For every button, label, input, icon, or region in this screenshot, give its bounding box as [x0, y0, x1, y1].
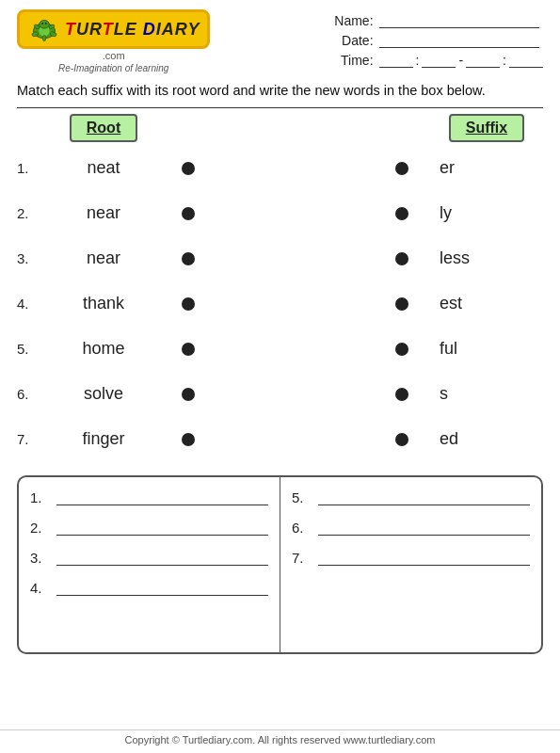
answer-input[interactable]	[56, 487, 268, 505]
answer-num: 7.	[292, 550, 312, 566]
dot-left	[182, 252, 195, 265]
row-dot-left	[160, 433, 216, 446]
match-area: 1. neat er 2. near ly 3. near	[17, 146, 543, 462]
answer-num: 2.	[30, 520, 51, 536]
row-dot-right	[374, 162, 430, 175]
row-suffix: less	[430, 248, 543, 268]
time-label: Time:	[328, 53, 374, 68]
match-row: 1. neat er	[17, 146, 543, 191]
dot-left	[182, 207, 195, 220]
answer-row: 4.	[30, 577, 268, 596]
row-dot-left	[160, 388, 216, 401]
time-input-3[interactable]	[466, 53, 500, 68]
row-num: 6.	[17, 386, 47, 402]
svg-point-9	[42, 36, 46, 41]
page: TURTLE DIARY .com Re-Imagination of lear…	[0, 0, 560, 753]
time-inputs: : - :	[379, 53, 543, 68]
row-dot-left	[160, 162, 216, 175]
row-num: 3.	[17, 250, 47, 266]
row-dot-right	[374, 343, 430, 356]
row-root: home	[47, 339, 160, 359]
dot-left	[182, 343, 195, 356]
answer-col-left: 1. 2. 3. 4.	[19, 477, 280, 652]
row-dot-left	[160, 297, 216, 311]
name-label: Name:	[328, 13, 374, 28]
time-input-1[interactable]	[379, 53, 413, 68]
svg-point-3	[41, 23, 43, 24]
dot-left	[182, 297, 195, 311]
dot-right	[395, 343, 408, 356]
answer-num: 5.	[292, 489, 312, 505]
row-dot-right	[374, 207, 430, 220]
date-row: Date:	[328, 33, 543, 48]
footer: Copyright © Turtlediary.com. All rights …	[0, 729, 560, 745]
dot-left	[182, 433, 195, 446]
logo-box: TURTLE DIARY	[17, 9, 210, 49]
row-dot-right	[374, 297, 430, 311]
answer-num: 3.	[30, 550, 51, 566]
match-row: 4. thank est	[17, 281, 543, 327]
suffix-header-cell: Suffix	[449, 114, 524, 142]
name-input[interactable]	[379, 13, 539, 28]
dot-right	[395, 388, 408, 401]
logo-area: TURTLE DIARY .com Re-Imagination of lear…	[17, 9, 210, 73]
logo-com: .com	[103, 50, 125, 61]
answer-input[interactable]	[318, 547, 530, 566]
root-header-cell: Root	[70, 114, 137, 142]
time-input-2[interactable]	[422, 53, 456, 68]
row-root: near	[47, 203, 160, 223]
answer-row: 1.	[30, 487, 268, 505]
row-suffix: ly	[430, 203, 543, 223]
match-row: 3. near less	[17, 236, 543, 281]
answer-input[interactable]	[318, 487, 530, 505]
row-suffix: s	[430, 384, 543, 404]
answer-num: 1.	[30, 489, 51, 505]
row-suffix: ful	[430, 339, 543, 359]
answer-row: 5.	[292, 487, 530, 505]
date-label: Date:	[328, 33, 374, 48]
header: TURTLE DIARY .com Re-Imagination of lear…	[17, 9, 543, 73]
answer-input[interactable]	[56, 547, 268, 566]
svg-point-2	[40, 20, 50, 28]
answer-row: 6.	[292, 517, 530, 536]
row-num: 7.	[17, 431, 47, 447]
row-root: solve	[47, 384, 160, 404]
row-root: neat	[47, 158, 160, 178]
match-row: 5. home ful	[17, 327, 543, 372]
dot-right	[395, 297, 408, 311]
dot-right	[395, 162, 408, 175]
row-dot-left	[160, 252, 216, 265]
dot-right	[395, 433, 408, 446]
answer-box: 1. 2. 3. 4. 5. 6. 7.	[17, 475, 543, 654]
row-root: thank	[47, 294, 160, 313]
row-root: finger	[47, 429, 160, 449]
form-fields: Name: Date: Time: : - :	[328, 13, 543, 68]
row-dot-right	[374, 252, 430, 265]
column-headers: Root Suffix	[17, 114, 543, 142]
dot-left	[182, 388, 195, 401]
row-suffix: er	[430, 158, 543, 178]
row-dot-left	[160, 343, 216, 356]
col-suffix-header: Suffix	[430, 114, 543, 142]
time-sep-3: :	[503, 53, 506, 68]
date-input[interactable]	[379, 33, 539, 48]
row-dot-right	[374, 433, 430, 446]
turtle-icon	[27, 16, 61, 42]
row-num: 4.	[17, 296, 47, 312]
row-num: 5.	[17, 341, 47, 357]
dot-left	[182, 162, 195, 175]
dot-right	[395, 207, 408, 220]
answer-input[interactable]	[56, 517, 268, 536]
row-num: 1.	[17, 160, 47, 176]
answer-row: 2.	[30, 517, 268, 536]
time-input-4[interactable]	[509, 53, 543, 68]
answer-input[interactable]	[56, 577, 268, 596]
row-dot-right	[374, 388, 430, 401]
answer-input[interactable]	[318, 517, 530, 536]
dot-right	[395, 252, 408, 265]
match-row: 7. finger ed	[17, 417, 543, 462]
name-row: Name:	[328, 13, 543, 28]
time-sep-2: -	[458, 53, 463, 68]
row-suffix: ed	[430, 429, 543, 449]
row-dot-left	[160, 207, 216, 220]
